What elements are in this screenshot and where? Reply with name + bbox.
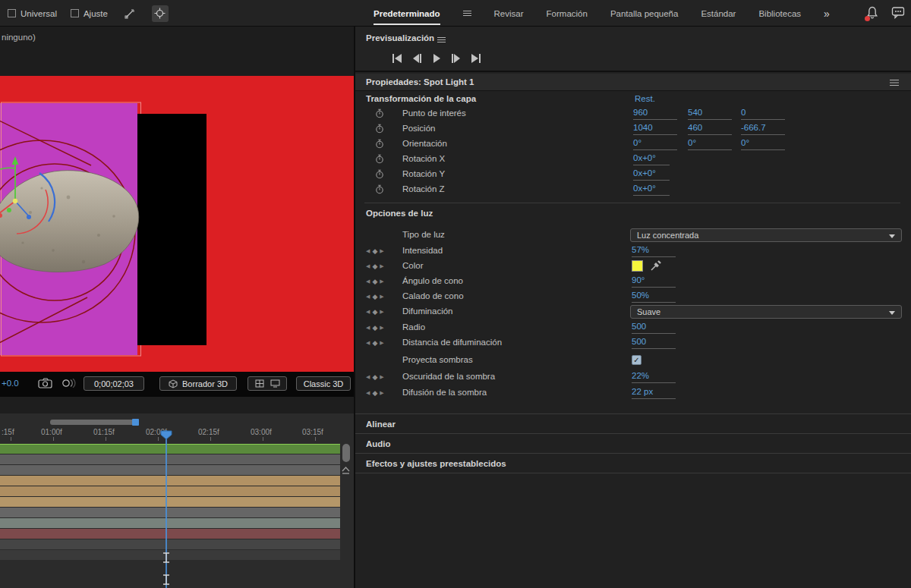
snap-icon[interactable]: [152, 5, 169, 22]
ruler-label[interactable]: 02:15f: [198, 428, 219, 436]
value-x[interactable]: 1040: [633, 123, 677, 135]
add-keyframe-icon[interactable]: ◆: [372, 322, 377, 333]
transform-group-title[interactable]: Transformación de la capa: [366, 94, 476, 103]
light-type-dropdown[interactable]: Luz concentrada: [630, 228, 902, 242]
ruler-label[interactable]: 01:00f: [41, 428, 62, 436]
skip-to-end-button[interactable]: [468, 51, 484, 66]
timeline-layer-bar[interactable]: [0, 518, 340, 528]
next-keyframe-icon[interactable]: ▶: [380, 291, 383, 302]
section-alinear[interactable]: Alinear: [355, 413, 911, 433]
value-y[interactable]: 0°: [688, 138, 732, 150]
next-keyframe-icon[interactable]: ▶: [380, 261, 383, 272]
light-color-swatch[interactable]: [632, 260, 643, 272]
workspace-overflow-chevron[interactable]: »: [824, 8, 830, 20]
prev-keyframe-icon[interactable]: ◀: [366, 338, 370, 348]
skip-to-start-button[interactable]: [389, 51, 405, 66]
timecode-field[interactable]: 0;00;02;03: [84, 376, 144, 391]
notifications-bell-icon[interactable]: [865, 5, 881, 22]
draft-3d-button[interactable]: Borrador 3D: [159, 376, 237, 391]
prev-keyframe-icon[interactable]: ◀: [366, 261, 370, 272]
toggle-universal[interactable]: Universal: [8, 9, 57, 18]
prev-keyframe-icon[interactable]: ◀: [366, 372, 370, 382]
properties-panel-title[interactable]: Propiedades: Spot Light 1: [366, 77, 474, 86]
next-keyframe-icon[interactable]: ▶: [380, 322, 383, 333]
add-keyframe-icon[interactable]: ◆: [372, 276, 377, 287]
add-keyframe-icon[interactable]: ◆: [372, 307, 377, 317]
chat-icon[interactable]: [891, 6, 905, 20]
ruler-label[interactable]: :15f: [2, 428, 14, 436]
section-efectos[interactable]: Efectos y ajustes preestablecidos: [355, 453, 911, 473]
next-keyframe-icon[interactable]: ▶: [380, 372, 383, 382]
radius-value[interactable]: 500: [632, 322, 676, 334]
prev-keyframe-icon[interactable]: ◀: [366, 388, 370, 398]
add-keyframe-icon[interactable]: ◆: [372, 291, 377, 302]
timeline-layer-bar[interactable]: [0, 539, 340, 549]
stopwatch-icon[interactable]: [375, 169, 384, 181]
snapshot-camera-icon[interactable]: [38, 377, 53, 389]
ruler-label[interactable]: 03:00f: [251, 428, 272, 436]
next-keyframe-icon[interactable]: ▶: [380, 276, 383, 287]
toggle-ajuste[interactable]: Ajuste: [71, 9, 108, 18]
value-x[interactable]: 0°: [633, 138, 677, 150]
eyedropper-icon[interactable]: [650, 259, 662, 273]
next-keyframe-icon[interactable]: ▶: [380, 307, 383, 317]
reset-link[interactable]: Rest.: [635, 94, 655, 103]
cone-angle-value[interactable]: 90°: [632, 275, 676, 288]
timeline-layer-bar[interactable]: [0, 486, 340, 496]
next-keyframe-icon[interactable]: ▶: [380, 388, 383, 398]
composition-canvas[interactable]: [0, 76, 354, 372]
light-group-title[interactable]: Opciones de luz: [366, 209, 433, 218]
motion-blur-icon[interactable]: [61, 377, 76, 389]
panel-menu-icon[interactable]: [437, 36, 446, 45]
timeline-layer-bar[interactable]: [0, 444, 340, 454]
timeline-layer-bar[interactable]: [0, 465, 340, 475]
casts-shadows-checkbox[interactable]: ✓: [632, 355, 641, 365]
workspace-tab-estandar[interactable]: Estándar: [701, 0, 736, 27]
work-area-bar[interactable]: [50, 420, 138, 425]
workspace-tab-bibliotecas[interactable]: Bibliotecas: [758, 0, 801, 27]
stopwatch-icon[interactable]: [375, 124, 384, 135]
stopwatch-icon[interactable]: [375, 108, 384, 120]
add-keyframe-icon[interactable]: ◆: [372, 338, 377, 348]
renderer-button[interactable]: Classic 3D: [296, 376, 351, 391]
value-x[interactable]: 960: [633, 108, 677, 120]
workspace-tab-predeterminado[interactable]: Predeterminado: [374, 0, 440, 27]
value-rotation[interactable]: 0x+0°: [633, 153, 670, 165]
timeline-layer-bar[interactable]: [0, 529, 340, 539]
timeline-layer-bar[interactable]: [0, 497, 340, 507]
timeline-layer-bar[interactable]: [0, 508, 340, 517]
intensity-value[interactable]: 57%: [632, 245, 676, 257]
workspace-tab-pantalla-pequena[interactable]: Pantalla pequeña: [610, 0, 679, 27]
shadow-diffusion-value[interactable]: 22 px: [632, 387, 676, 399]
ruler-label[interactable]: 01:15f: [93, 428, 115, 436]
stopwatch-icon[interactable]: [375, 154, 384, 165]
prev-keyframe-icon[interactable]: ◀: [366, 246, 370, 256]
step-back-button[interactable]: [408, 51, 425, 66]
stopwatch-icon[interactable]: [375, 139, 384, 150]
value-z[interactable]: 0°: [741, 138, 785, 150]
falloff-distance-value[interactable]: 500: [632, 337, 676, 349]
view-layout-group[interactable]: [247, 376, 287, 391]
workspace-tab-formacion[interactable]: Formación: [547, 0, 588, 27]
next-keyframe-icon[interactable]: ▶: [380, 246, 383, 256]
value-y[interactable]: 460: [688, 123, 732, 135]
exposure-value[interactable]: +0.0: [2, 379, 19, 388]
work-area-marker[interactable]: [132, 419, 139, 426]
section-audio[interactable]: Audio: [355, 433, 911, 453]
pen-path-icon[interactable]: [121, 5, 138, 22]
value-z[interactable]: -666.7: [741, 123, 785, 135]
add-keyframe-icon[interactable]: ◆: [372, 372, 377, 382]
current-time-indicator-line[interactable]: [165, 430, 167, 588]
cone-feather-value[interactable]: 50%: [632, 291, 676, 303]
add-keyframe-icon[interactable]: ◆: [372, 388, 377, 398]
falloff-dropdown[interactable]: Suave: [630, 305, 902, 319]
next-keyframe-icon[interactable]: ▶: [380, 338, 383, 348]
value-z[interactable]: 0: [741, 108, 785, 120]
workspace-tab-revisar[interactable]: Revisar: [494, 0, 524, 27]
prev-keyframe-icon[interactable]: ◀: [366, 291, 370, 302]
black-solid-layer[interactable]: [137, 114, 206, 345]
preview-panel-title[interactable]: Previsualización: [366, 33, 434, 42]
prev-keyframe-icon[interactable]: ◀: [366, 307, 370, 317]
timeline-scroll-icon[interactable]: [341, 465, 351, 475]
prev-keyframe-icon[interactable]: ◀: [366, 322, 370, 333]
